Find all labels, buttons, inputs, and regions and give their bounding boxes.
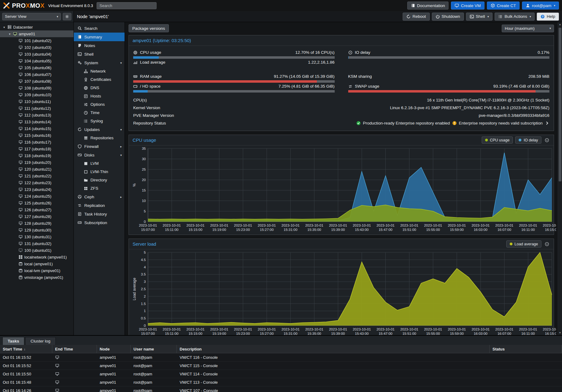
- view-selector[interactable]: Server View ▾: [2, 13, 61, 20]
- menu-item-directory[interactable]: Directory: [74, 176, 125, 184]
- documentation-button[interactable]: Documentation: [407, 2, 449, 10]
- task-row[interactable]: Oct 01 16:14:26ampve01root@pamVM/CT 107 …: [0, 386, 562, 392]
- collapse-chart-button[interactable]: [544, 137, 550, 143]
- task-row[interactable]: Oct 01 16:15:52ampve01root@pamVM/CT 115 …: [0, 362, 562, 370]
- tree-item-124-ubuntu25[interactable]: 124 (ubuntu25): [0, 193, 74, 200]
- menu-item-syslog[interactable]: Syslog: [74, 117, 125, 125]
- bulk-actions-button[interactable]: Bulk Actions▾: [495, 13, 535, 21]
- expand-caret-icon[interactable]: ▾: [2, 26, 6, 29]
- tree-item-106-ubuntu07[interactable]: 106 (ubuntu07): [0, 71, 74, 78]
- tree-item-117-ubuntu18[interactable]: 117 (ubuntu18): [0, 145, 74, 152]
- column-header-end-time[interactable]: End Time: [52, 345, 97, 353]
- legend-io-delay[interactable]: IO delay: [515, 137, 541, 144]
- column-header-user-name[interactable]: User name: [131, 345, 177, 353]
- tree-item-101-ubuntu02[interactable]: 101 (ubuntu02): [0, 37, 74, 44]
- package-versions-button[interactable]: Package versions: [129, 24, 169, 32]
- tree-item-127-ubuntu28[interactable]: 127 (ubuntu28): [0, 213, 74, 220]
- menu-item-options[interactable]: Options: [74, 100, 125, 109]
- tab-cluster-log[interactable]: Cluster log: [25, 337, 56, 345]
- menu-item-notes[interactable]: Notes: [74, 41, 125, 50]
- time-range-selector[interactable]: Hour (maximum) ▾: [502, 25, 554, 32]
- tree-item-109-ubuntu10[interactable]: 109 (ubuntu10): [0, 91, 74, 98]
- tree-item-vmstorage-ampve01[interactable]: vmstorage (ampve01): [0, 274, 74, 281]
- legend-load-average[interactable]: Load average: [506, 240, 541, 247]
- help-button[interactable]: ?Help: [537, 13, 559, 21]
- expand-caret-icon[interactable]: ▾: [8, 32, 11, 36]
- scrollbar-thumb[interactable]: [559, 28, 561, 181]
- menu-item-replication[interactable]: Replication: [74, 201, 125, 210]
- tree-item-119-ubuntu20[interactable]: 119 (ubuntu20): [0, 159, 74, 166]
- shell-button[interactable]: Shell▾: [466, 13, 493, 21]
- tree-item-131-ubuntu32[interactable]: 131 (ubuntu32): [0, 240, 74, 247]
- scroll-up-arrow-icon[interactable]: ▲: [558, 23, 562, 26]
- task-row[interactable]: Oct 01 16:15:52ampve01root@pamVM/CT 116 …: [0, 353, 562, 362]
- column-header-status[interactable]: Status: [490, 345, 562, 353]
- global-search-input[interactable]: [97, 2, 157, 9]
- tree-item-104-ubuntu05[interactable]: 104 (ubuntu05): [0, 57, 74, 64]
- collapse-chart-button[interactable]: [544, 241, 550, 247]
- tree-item-ampve01[interactable]: ▾ampve01: [0, 30, 74, 37]
- menu-item-updates[interactable]: Updates▾: [74, 125, 125, 134]
- tree-item-112-ubuntu13[interactable]: 112 (ubuntu13): [0, 112, 74, 118]
- menu-item-hosts[interactable]: Hosts: [74, 92, 125, 100]
- tree-item-113-ubuntu14[interactable]: 113 (ubuntu14): [0, 118, 74, 125]
- menu-item-lvm-thin[interactable]: LVM-Thin: [74, 168, 125, 176]
- tree-item-130-ubuntu31[interactable]: 130 (ubuntu31): [0, 233, 74, 240]
- tree-item-localnetwork-ampve01[interactable]: localnetwork (ampve01): [0, 254, 74, 260]
- menu-item-repositories[interactable]: Repositories: [74, 134, 125, 142]
- task-row[interactable]: Oct 01 16:15:50ampve01root@pamVM/CT 114 …: [0, 370, 562, 378]
- menu-item-time[interactable]: Time: [74, 109, 125, 117]
- tree-item-107-ubuntu08[interactable]: 107 (ubuntu08): [0, 78, 74, 85]
- tree-item-128-ubuntu29[interactable]: 128 (ubuntu29): [0, 220, 74, 227]
- vertical-scrollbar[interactable]: ▲ ▼: [558, 22, 562, 335]
- tree-item-100-ubuntu01[interactable]: 100 (ubuntu01): [0, 247, 74, 254]
- menu-item-subscription[interactable]: Subscription: [74, 218, 125, 227]
- tree-item-105-ubuntu06[interactable]: 105 (ubuntu06): [0, 64, 74, 71]
- menu-item-system[interactable]: System▾: [74, 58, 125, 67]
- tree-item-125-ubuntu26[interactable]: 125 (ubuntu26): [0, 200, 74, 206]
- task-row[interactable]: Oct 01 16:15:48ampve01root@pamVM/CT 113 …: [0, 378, 562, 386]
- chevron-down-icon[interactable]: ▾: [120, 61, 122, 65]
- tree-item-108-ubuntu09[interactable]: 108 (ubuntu09): [0, 85, 74, 91]
- tree-item-local-lvm-ampve01[interactable]: local-lvm (ampve01): [0, 267, 74, 274]
- menu-item-summary[interactable]: Summary: [74, 33, 125, 41]
- chevron-right-icon[interactable]: ▸: [120, 145, 122, 148]
- tree-settings-button[interactable]: [63, 13, 71, 20]
- tree-item-102-ubuntu03[interactable]: 102 (ubuntu03): [0, 44, 74, 51]
- tree-item-121-ubuntu22[interactable]: 121 (ubuntu22): [0, 172, 74, 179]
- menu-item-task-history[interactable]: Task History: [74, 210, 125, 218]
- menu-item-firewall[interactable]: Firewall▸: [74, 142, 125, 151]
- tree-item-118-ubuntu19[interactable]: 118 (ubuntu19): [0, 152, 74, 159]
- menu-item-zfs[interactable]: ZFS: [74, 184, 125, 192]
- chevron-down-icon[interactable]: ▾: [120, 128, 122, 131]
- reboot-button[interactable]: Reboot: [403, 13, 430, 21]
- menu-item-certificates[interactable]: Certificates: [74, 75, 125, 84]
- tree-item-110-ubuntu11[interactable]: 110 (ubuntu11): [0, 98, 74, 105]
- tree-item-115-ubuntu16[interactable]: 115 (ubuntu16): [0, 132, 74, 139]
- create-vm-button[interactable]: Create VM: [451, 2, 484, 10]
- tree-item-126-ubuntu27[interactable]: 126 (ubuntu27): [0, 206, 74, 213]
- tree-item-111-ubuntu12[interactable]: 111 (ubuntu12): [0, 105, 74, 112]
- scroll-down-arrow-icon[interactable]: ▼: [558, 331, 562, 334]
- shutdown-button[interactable]: Shutdown: [432, 13, 464, 21]
- tree-item-122-ubuntu23[interactable]: 122 (ubuntu23): [0, 179, 74, 186]
- chevron-down-icon[interactable]: ▾: [120, 153, 122, 157]
- menu-item-disks[interactable]: Disks▾: [74, 151, 125, 159]
- column-header-start-time[interactable]: Start Time↓: [0, 345, 52, 353]
- tree-item-123-ubuntu24[interactable]: 123 (ubuntu24): [0, 186, 74, 193]
- menu-item-shell[interactable]: Shell: [74, 50, 125, 58]
- tree-item-129-ubuntu30[interactable]: 129 (ubuntu30): [0, 227, 74, 233]
- menu-item-ceph[interactable]: Ceph▸: [74, 192, 125, 201]
- menu-item-network[interactable]: Network: [74, 67, 125, 75]
- tree-item-local-ampve01[interactable]: local (ampve01): [0, 260, 74, 267]
- tree-item-116-ubuntu17[interactable]: 116 (ubuntu17): [0, 139, 74, 145]
- tree-item-120-ubuntu21[interactable]: 120 (ubuntu21): [0, 166, 74, 172]
- tab-tasks[interactable]: Tasks: [2, 337, 24, 345]
- tree-item-103-ubuntu04[interactable]: 103 (ubuntu04): [0, 51, 74, 57]
- chevron-right-icon[interactable]: ▸: [120, 195, 122, 199]
- legend-cpu-usage[interactable]: CPU usage: [482, 137, 513, 144]
- user-menu-button[interactable]: root@pam▾: [522, 2, 559, 10]
- tree-item-datacenter[interactable]: ▾Datacenter: [0, 24, 74, 30]
- menu-item-dns[interactable]: DNS: [74, 84, 125, 92]
- create-ct-button[interactable]: Create CT: [487, 2, 520, 10]
